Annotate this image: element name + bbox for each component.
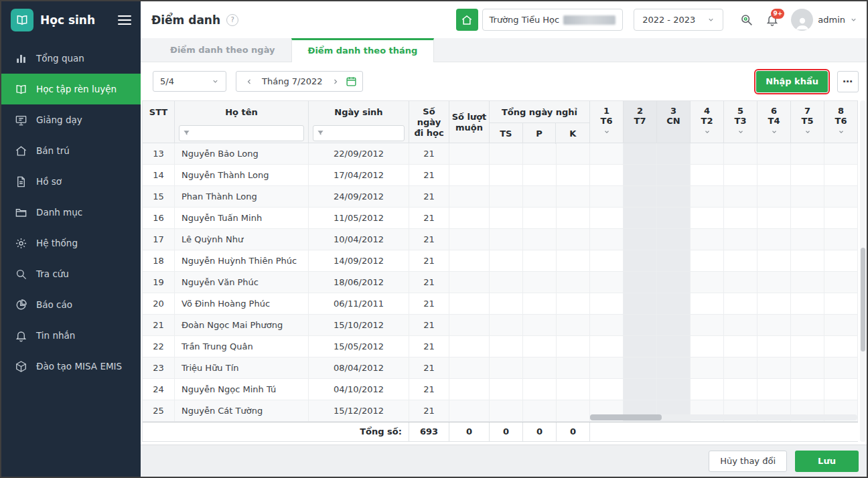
table-row[interactable]: 22 Trần Trung Quân 15/05/2012 21 [143, 336, 858, 357]
sidebar-toggle-icon[interactable] [118, 15, 131, 25]
attendance-cell[interactable] [657, 250, 691, 272]
attendance-cell[interactable] [791, 379, 824, 400]
attendance-cell[interactable] [824, 272, 858, 293]
attendance-cell[interactable] [824, 143, 858, 165]
class-selector-dropdown[interactable]: 5/4 [153, 71, 226, 92]
attendance-cell[interactable] [691, 379, 724, 400]
attendance-cell[interactable] [590, 293, 624, 315]
table-row[interactable]: 17 Lê Quỳnh Như 10/04/2012 21 [143, 229, 858, 250]
attendance-cell[interactable] [724, 208, 757, 229]
attendance-cell[interactable] [657, 229, 691, 250]
attendance-cell[interactable] [791, 165, 824, 186]
table-row[interactable]: 23 Triệu Hữu Tín 08/04/2012 21 [143, 357, 858, 379]
attendance-cell[interactable] [791, 336, 824, 357]
horizontal-scrollbar-thumb[interactable] [590, 414, 662, 420]
tab-diem-danh-theo-thang[interactable]: Điểm danh theo tháng [291, 38, 435, 62]
attendance-cell[interactable] [691, 293, 724, 315]
attendance-cell[interactable] [657, 357, 691, 379]
attendance-cell[interactable] [624, 315, 657, 336]
attendance-cell[interactable] [724, 315, 757, 336]
table-row[interactable]: 15 Phan Thành Long 24/09/2012 21 [143, 186, 858, 208]
sidebar-item-ho-so[interactable]: Hồ sơ [1, 166, 141, 197]
attendance-cell[interactable] [691, 229, 724, 250]
day-column-header[interactable]: 4 T2 [691, 101, 724, 143]
attendance-cell[interactable] [657, 165, 691, 186]
attendance-cell[interactable] [590, 336, 624, 357]
user-menu[interactable]: admin [791, 9, 857, 31]
attendance-cell[interactable] [791, 250, 824, 272]
attendance-cell[interactable] [624, 293, 657, 315]
table-row[interactable]: 13 Nguyễn Bảo Long 22/09/2012 21 [143, 143, 858, 165]
attendance-cell[interactable] [757, 272, 791, 293]
attendance-cell[interactable] [824, 250, 858, 272]
help-icon[interactable]: ? [226, 14, 238, 26]
vertical-scrollbar-thumb[interactable] [861, 248, 865, 351]
attendance-cell[interactable] [657, 208, 691, 229]
attendance-cell[interactable] [791, 186, 824, 208]
day-dropdown-chevron-icon[interactable] [737, 129, 744, 135]
attendance-cell[interactable] [657, 315, 691, 336]
attendance-cell[interactable] [590, 208, 624, 229]
day-column-header[interactable]: 8 T6 [824, 101, 858, 143]
attendance-cell[interactable] [724, 229, 757, 250]
attendance-cell[interactable] [590, 379, 624, 400]
attendance-cell[interactable] [691, 208, 724, 229]
attendance-cell[interactable] [624, 379, 657, 400]
attendance-cell[interactable] [657, 336, 691, 357]
month-prev-button[interactable] [242, 72, 257, 91]
attendance-cell[interactable] [791, 208, 824, 229]
attendance-cell[interactable] [724, 272, 757, 293]
attendance-cell[interactable] [657, 143, 691, 165]
month-next-button[interactable] [328, 72, 343, 91]
attendance-cell[interactable] [691, 250, 724, 272]
attendance-cell[interactable] [691, 336, 724, 357]
attendance-cell[interactable] [791, 315, 824, 336]
attendance-cell[interactable] [691, 272, 724, 293]
sidebar-item-ban-tru[interactable]: Bán trú [1, 135, 141, 166]
table-row[interactable]: 24 Nguyễn Ngọc Minh Tú 04/10/2012 21 [143, 379, 858, 400]
table-row[interactable]: 20 Võ Đinh Hoàng Phúc 06/11/2011 21 [143, 293, 858, 315]
attendance-cell[interactable] [724, 293, 757, 315]
table-row[interactable]: 19 Nguyễn Văn Phúc 18/06/2012 21 [143, 272, 858, 293]
dob-filter-input[interactable] [313, 125, 405, 141]
save-button[interactable]: Lưu [795, 451, 859, 472]
attendance-cell[interactable] [624, 250, 657, 272]
attendance-cell[interactable] [590, 272, 624, 293]
day-dropdown-chevron-icon[interactable] [804, 129, 811, 135]
notification-bell-icon[interactable]: 9+ [766, 13, 779, 27]
attendance-cell[interactable] [724, 186, 757, 208]
attendance-cell[interactable] [724, 165, 757, 186]
attendance-cell[interactable] [624, 208, 657, 229]
attendance-cell[interactable] [590, 165, 624, 186]
sidebar-item-he-thong[interactable]: Hệ thống [1, 228, 141, 258]
attendance-cell[interactable] [791, 293, 824, 315]
attendance-cell[interactable] [657, 293, 691, 315]
more-actions-button[interactable]: ⋯ [837, 71, 859, 92]
day-dropdown-chevron-icon[interactable] [704, 129, 711, 135]
attendance-cell[interactable] [590, 229, 624, 250]
school-year-dropdown[interactable]: 2022 - 2023 [634, 9, 723, 31]
attendance-cell[interactable] [757, 250, 791, 272]
attendance-cell[interactable] [824, 293, 858, 315]
sidebar-item-giang-day[interactable]: Giảng dạy [1, 104, 141, 135]
attendance-cell[interactable] [590, 315, 624, 336]
attendance-cell[interactable] [590, 357, 624, 379]
attendance-cell[interactable] [757, 208, 791, 229]
sidebar-item-tin-nhan[interactable]: Tin nhắn [1, 320, 141, 351]
attendance-cell[interactable] [791, 143, 824, 165]
attendance-cell[interactable] [724, 250, 757, 272]
day-dropdown-chevron-icon[interactable] [603, 129, 610, 135]
sidebar-item-tra-cuu[interactable]: Tra cứu [1, 258, 141, 289]
attendance-cell[interactable] [724, 357, 757, 379]
tab-diem-danh-theo-ngay[interactable]: Điểm danh theo ngày [154, 38, 291, 62]
table-row[interactable]: 16 Nguyễn Tuấn Minh 11/05/2012 21 [143, 208, 858, 229]
name-filter-input[interactable] [179, 125, 304, 141]
sidebar-item-hoc-tap-ren-luyen[interactable]: Học tập rèn luyện [1, 74, 141, 104]
attendance-cell[interactable] [724, 143, 757, 165]
attendance-cell[interactable] [657, 272, 691, 293]
day-dropdown-chevron-icon[interactable] [771, 129, 778, 135]
import-button[interactable]: Nhập khẩu [756, 71, 828, 92]
attendance-cell[interactable] [757, 379, 791, 400]
attendance-cell[interactable] [791, 272, 824, 293]
attendance-cell[interactable] [624, 357, 657, 379]
